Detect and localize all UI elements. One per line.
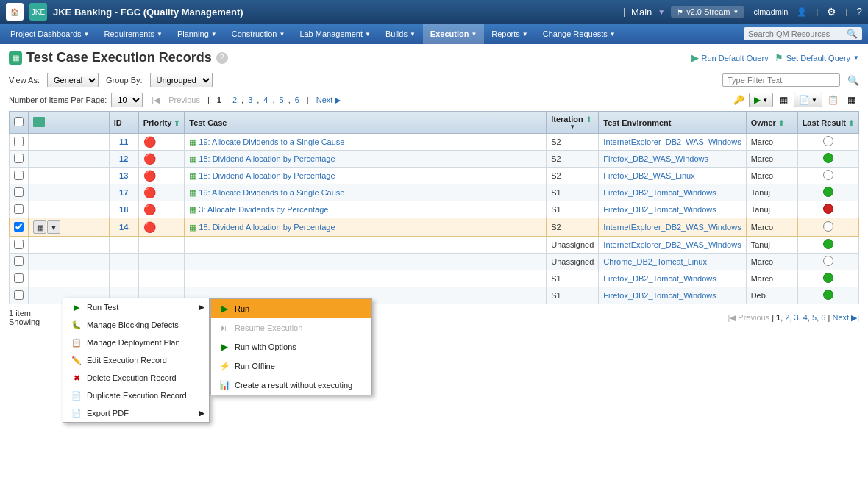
env-link[interactable]: Firefox_DB2_Tomcat_Windows: [603, 274, 716, 283]
page-6-link[interactable]: 6: [295, 96, 299, 104]
ctx-edit-exec[interactable]: ✏️ Edit Execution Record: [63, 351, 209, 369]
page-6-link-b[interactable]: 6: [821, 313, 825, 322]
page-3-link-b[interactable]: 3: [794, 313, 799, 322]
key-icon[interactable]: 🔑: [730, 92, 747, 108]
submenu-run-options[interactable]: ▶ Run with Options: [211, 337, 371, 356]
row-action-grid-btn[interactable]: ▦: [33, 220, 46, 234]
result-sort-icon[interactable]: ⬆: [848, 119, 854, 127]
submenu-run-offline[interactable]: ⚡ Run Offline: [211, 356, 371, 376]
ctx-run-test[interactable]: ▶ Run Test ▶ ▶ Run ⏯ Resume Execution ▶ …: [63, 298, 209, 316]
tc-link[interactable]: 3: Allocate Dividends by Percentage: [199, 205, 328, 214]
nav-requirements[interactable]: Requirements ▼: [97, 24, 170, 44]
set-default-query-btn[interactable]: ⚑ Set Default Query ▼: [775, 52, 859, 63]
page-5-link-b[interactable]: 5: [812, 313, 817, 322]
env-link[interactable]: InternetExplorer_DB2_WAS_Windows: [603, 240, 741, 249]
env-link[interactable]: Firefox_DB2_Tomcat_Windows: [603, 188, 716, 197]
submenu-resume[interactable]: ⏯ Resume Execution: [211, 318, 371, 337]
next-link-bottom[interactable]: Next ▶|: [832, 313, 859, 322]
tc-link[interactable]: 18: Dividend Allocation by Percentage: [199, 171, 335, 180]
tc-link[interactable]: 18: Dividend Allocation by Percentage: [199, 154, 335, 163]
env-link[interactable]: InternetExplorer_DB2_WAS_Windows: [603, 223, 741, 232]
page-1-link[interactable]: 1: [217, 96, 221, 104]
search-icon[interactable]: 🔍: [847, 29, 858, 39]
row-id-link[interactable]: 18: [119, 205, 128, 214]
ctx-delete-exec[interactable]: ✖ Delete Execution Record: [63, 369, 209, 387]
nav-lab-management[interactable]: Lab Management ▼: [292, 24, 378, 44]
row-checkbox[interactable]: [14, 273, 24, 283]
report-dropdown[interactable]: ▼: [811, 97, 817, 104]
env-link[interactable]: Firefox_DB2_Tomcat_Windows: [603, 205, 716, 214]
row-action-dropdown-btn[interactable]: ▼: [47, 220, 60, 234]
tc-link[interactable]: 19: Allocate Dividends to a Single Cause: [199, 137, 344, 146]
stream-dropdown[interactable]: ▼: [733, 9, 739, 15]
row-checkbox[interactable]: [14, 256, 24, 266]
env-link[interactable]: Firefox_DB2_WAS_Linux: [603, 171, 694, 180]
row-id-link[interactable]: 11: [119, 137, 128, 146]
iter-sort-icon[interactable]: ⬆: [586, 115, 591, 123]
row-checkbox[interactable]: [14, 222, 24, 232]
row-checkbox[interactable]: [14, 154, 24, 163]
settings-icon[interactable]: ⚙: [827, 6, 836, 18]
filter-input[interactable]: [722, 73, 840, 87]
prev-link[interactable]: Previous: [168, 96, 200, 104]
row-id-link[interactable]: 12: [119, 154, 128, 163]
page-4-link[interactable]: 4: [263, 96, 268, 104]
nav-construction[interactable]: Construction ▼: [224, 24, 293, 44]
user-icon[interactable]: 👤: [797, 7, 807, 17]
ctx-manage-deployment[interactable]: 📋 Manage Deployment Plan: [63, 334, 209, 351]
grid2-icon[interactable]: ▦: [843, 92, 859, 108]
page-4-link-b[interactable]: 4: [803, 313, 808, 322]
nav-change-requests[interactable]: Change Requests ▼: [536, 24, 623, 44]
page-2-link[interactable]: 2: [232, 96, 237, 104]
copy-icon[interactable]: 📋: [825, 92, 841, 108]
table-icon[interactable]: ▦: [775, 92, 791, 108]
page-help-icon[interactable]: ?: [216, 52, 228, 64]
env-link[interactable]: Firefox_DB2_WAS_Windows: [603, 154, 708, 163]
row-id-link[interactable]: 14: [119, 223, 128, 232]
page-1-link-b[interactable]: 1: [776, 313, 780, 322]
next-link[interactable]: Next ▶: [316, 96, 341, 105]
nav-planning[interactable]: Planning ▼: [170, 24, 224, 44]
prev-link-bottom[interactable]: Previous: [738, 313, 769, 322]
view-as-select[interactable]: General: [47, 73, 99, 87]
row-checkbox[interactable]: [14, 171, 24, 180]
run-btn[interactable]: ▶ ▼: [749, 93, 773, 107]
env-link[interactable]: Firefox_DB2_Tomcat_Windows: [603, 291, 716, 300]
env-link[interactable]: Chrome_DB2_Tomcat_Linux: [603, 257, 707, 266]
search-input[interactable]: [748, 29, 844, 38]
page-3-link[interactable]: 3: [248, 96, 252, 104]
owner-sort-icon[interactable]: ⬆: [778, 119, 784, 127]
run-dropdown[interactable]: ▼: [762, 97, 768, 104]
nav-execution[interactable]: Execution ▼: [423, 24, 485, 44]
select-all-checkbox[interactable]: [14, 117, 24, 126]
prev-icon[interactable]: |◀: [728, 313, 736, 322]
help-icon[interactable]: ?: [856, 6, 862, 18]
tc-link[interactable]: 19: Allocate Dividends to a Single Cause: [199, 188, 344, 197]
row-checkbox[interactable]: [14, 137, 24, 146]
group-by-select[interactable]: Ungrouped: [150, 73, 213, 87]
version-stream[interactable]: ⚑ v2.0 Stream ▼: [671, 6, 744, 18]
report-btn[interactable]: 📄 ▼: [794, 93, 822, 107]
view-dropdown-icon[interactable]: ▼: [658, 8, 665, 16]
page-5-link[interactable]: 5: [280, 96, 284, 104]
ctx-duplicate-exec[interactable]: 📄 Duplicate Execution Record: [63, 387, 209, 404]
row-id-link[interactable]: 17: [119, 188, 128, 197]
submenu-create-result[interactable]: 📊 Create a result without executing: [211, 376, 371, 395]
set-query-arrow[interactable]: ▼: [853, 54, 859, 61]
row-checkbox[interactable]: [14, 187, 24, 197]
ctx-manage-blocking[interactable]: 🐛 Manage Blocking Defects: [63, 316, 209, 334]
run-default-query-btn[interactable]: ▶ Run Default Query: [691, 52, 769, 63]
items-per-page-select[interactable]: 10 25 50: [111, 93, 143, 107]
row-id-link[interactable]: 13: [119, 171, 128, 180]
nav-builds[interactable]: Builds ▼: [378, 24, 423, 44]
submenu-run[interactable]: ▶ Run: [211, 299, 371, 318]
tc-link[interactable]: 18: Dividend Allocation by Percentage: [199, 223, 335, 232]
priority-sort-icon[interactable]: ⬆: [174, 119, 179, 127]
row-checkbox[interactable]: [14, 240, 24, 249]
iter-filter-arrow[interactable]: ▼: [551, 123, 594, 130]
ctx-export-pdf[interactable]: 📄 Export PDF ▶: [63, 404, 209, 422]
nav-reports[interactable]: Reports ▼: [484, 24, 535, 44]
nav-project-dashboards[interactable]: Project Dashboards ▼: [3, 24, 97, 44]
env-link[interactable]: InternetExplorer_DB2_WAS_Windows: [603, 137, 741, 146]
row-checkbox[interactable]: [14, 290, 24, 300]
